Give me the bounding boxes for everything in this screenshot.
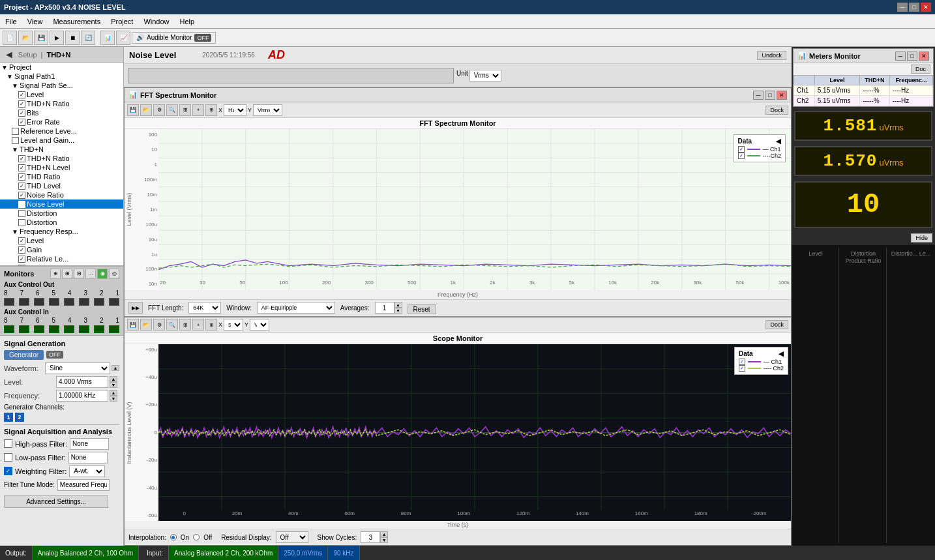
- advanced-settings-button[interactable]: Advanced Settings...: [4, 495, 108, 508]
- filter-tune-input[interactable]: [57, 479, 110, 491]
- fft-play-btn[interactable]: ▶▶: [128, 302, 143, 314]
- level-down-btn[interactable]: ▼: [110, 382, 117, 388]
- interp-on-radio[interactable]: [170, 534, 177, 540]
- toolbar-btn3[interactable]: 🔄: [81, 31, 95, 45]
- checkbox-thd-ratio[interactable]: ✓: [18, 173, 25, 181]
- unit-select[interactable]: Vrms: [469, 70, 501, 81]
- scope-settings-btn[interactable]: ⚙: [153, 319, 165, 331]
- checkbox-noise-ratio[interactable]: ✓: [18, 192, 25, 199]
- monitors-btn2[interactable]: ⊞: [62, 269, 72, 279]
- checkbox-bits[interactable]: ✓: [18, 110, 25, 117]
- tree-item-reference-level[interactable]: Reference Leve...: [0, 126, 123, 136]
- audible-monitor-button[interactable]: 🔊 Audible Monitor OFF: [132, 32, 216, 44]
- checkbox-error-rate[interactable]: ✓: [18, 119, 25, 126]
- fft-zoom-btn[interactable]: 🔍: [166, 104, 178, 116]
- tree-panel[interactable]: ▼ Project ▼ Signal Path1 ▼ Signal Path S…: [0, 63, 123, 266]
- checkbox-distortion1[interactable]: [18, 210, 25, 217]
- avg-up-btn[interactable]: ▲: [394, 302, 402, 308]
- setup-label[interactable]: Setup: [18, 51, 37, 59]
- tree-item-gain[interactable]: ✓ Gain: [0, 245, 123, 254]
- menu-measurements[interactable]: Measurements: [48, 14, 106, 29]
- fft-maximize-btn[interactable]: □: [765, 91, 775, 100]
- residual-select[interactable]: Off: [276, 531, 308, 543]
- legend-ch1-checkbox[interactable]: ✓: [738, 146, 745, 153]
- tree-item-signal-path1[interactable]: ▼ Signal Path1: [0, 72, 123, 81]
- checkbox-level-gain[interactable]: [12, 137, 19, 144]
- fft-plus-btn[interactable]: +: [192, 104, 204, 116]
- fft-y-unit-select[interactable]: Vrms: [253, 104, 282, 116]
- frequency-input[interactable]: [56, 390, 108, 402]
- maximize-button[interactable]: □: [909, 3, 919, 12]
- legend-collapse[interactable]: ◀: [776, 138, 781, 145]
- weighting-checkbox[interactable]: ✓: [4, 467, 12, 475]
- tree-item-fr-level[interactable]: ✓ Level: [0, 236, 123, 245]
- meters-close-btn[interactable]: ✕: [919, 52, 929, 61]
- monitors-btn3[interactable]: ⊟: [74, 269, 84, 279]
- meters-dock-button[interactable]: Doc: [911, 65, 930, 74]
- highpass-value[interactable]: [70, 438, 109, 450]
- scope-plus-btn[interactable]: +: [192, 319, 204, 331]
- menu-project[interactable]: Project: [106, 14, 138, 29]
- waveform-spin-up[interactable]: ▲: [111, 365, 119, 371]
- ch2-button[interactable]: 2: [15, 413, 24, 422]
- tree-item-project[interactable]: ▼ Project: [0, 63, 123, 72]
- tree-item-thdn[interactable]: ▼ THD+N: [0, 145, 123, 154]
- fft-open-btn[interactable]: 📂: [140, 104, 152, 116]
- checkbox-rel-level[interactable]: ✓: [18, 256, 25, 263]
- toolbar-btn5[interactable]: 📈: [116, 31, 130, 45]
- fft-dock-button[interactable]: Dock: [765, 106, 788, 115]
- toolbar-save[interactable]: 💾: [34, 31, 48, 45]
- minimize-button[interactable]: ─: [897, 3, 908, 12]
- generator-button[interactable]: Generator: [4, 350, 44, 360]
- scope-save-btn[interactable]: 💾: [127, 319, 139, 331]
- monitors-btn5[interactable]: ◉: [97, 269, 108, 279]
- weighting-select[interactable]: A-wt.: [69, 465, 105, 477]
- tree-item-noise-level[interactable]: ✓ Noise Level: [0, 199, 123, 209]
- hide-button[interactable]: Hide: [911, 233, 932, 243]
- tree-item-thd-ratio[interactable]: ✓ THD Ratio: [0, 172, 123, 181]
- waveform-select[interactable]: Sine: [45, 362, 110, 374]
- cycles-down-btn[interactable]: ▼: [380, 537, 388, 543]
- menu-help[interactable]: Help: [175, 14, 200, 29]
- fft-close-btn[interactable]: ✕: [777, 91, 787, 100]
- freq-up-btn[interactable]: ▲: [110, 390, 117, 396]
- menu-window[interactable]: Window: [138, 14, 174, 29]
- tree-item-level[interactable]: ✓ Level: [0, 90, 123, 99]
- toolbar-new[interactable]: 📄: [3, 31, 17, 45]
- level-input[interactable]: [56, 376, 108, 388]
- tree-item-error-rate[interactable]: ✓ Error Rate: [0, 117, 123, 126]
- monitors-btn4[interactable]: …: [85, 269, 96, 279]
- fft-window-select[interactable]: AF-Equiripple: [257, 302, 335, 314]
- checkbox-noise-level[interactable]: ✓: [18, 201, 25, 208]
- scope-ch2-checkbox[interactable]: ✓: [739, 365, 745, 372]
- checkbox-thdn-ratio[interactable]: ✓: [18, 100, 25, 108]
- fft-save-btn[interactable]: 💾: [127, 104, 139, 116]
- tree-item-freq-resp[interactable]: ▼ Frequency Resp...: [0, 227, 123, 236]
- tree-item-noise-ratio[interactable]: ✓ Noise Ratio: [0, 190, 123, 199]
- scope-copy-btn[interactable]: ⊕: [205, 319, 217, 331]
- scope-dock-button[interactable]: Dock: [765, 320, 788, 329]
- tree-item-bits[interactable]: ✓ Bits: [0, 108, 123, 117]
- toolbar-open[interactable]: 📂: [18, 31, 33, 45]
- fft-x-unit-select[interactable]: Hz: [224, 104, 246, 116]
- toolbar-btn4[interactable]: 📊: [100, 31, 115, 45]
- checkbox-ref-level[interactable]: [12, 128, 19, 135]
- tree-item-level-gain[interactable]: Level and Gain...: [0, 136, 123, 145]
- fft-copy-btn[interactable]: ⊕: [205, 104, 217, 116]
- scope-open-btn[interactable]: 📂: [140, 319, 152, 331]
- scope-y-unit-select[interactable]: V: [250, 319, 269, 331]
- tree-item-distortion2[interactable]: Distortion: [0, 218, 123, 227]
- interp-off-radio[interactable]: [193, 534, 200, 540]
- checkbox-level[interactable]: ✓: [18, 91, 25, 98]
- undock-button[interactable]: Undock: [757, 51, 786, 60]
- scope-x-unit-select[interactable]: s: [224, 319, 243, 331]
- close-button[interactable]: ✕: [921, 3, 931, 12]
- meters-min-btn[interactable]: ─: [895, 52, 906, 61]
- monitors-btn1[interactable]: ⊕: [50, 269, 61, 279]
- avg-down-btn[interactable]: ▼: [394, 308, 402, 314]
- checkbox-fr-level[interactable]: ✓: [18, 237, 25, 244]
- checkbox-thdn-level[interactable]: ✓: [18, 164, 25, 171]
- tree-item-relative-level[interactable]: ✓ Relative Le...: [0, 254, 123, 263]
- tree-item-thdn-level[interactable]: ✓ THD+N Level: [0, 163, 123, 172]
- toolbar-btn2[interactable]: ⏹: [65, 31, 80, 45]
